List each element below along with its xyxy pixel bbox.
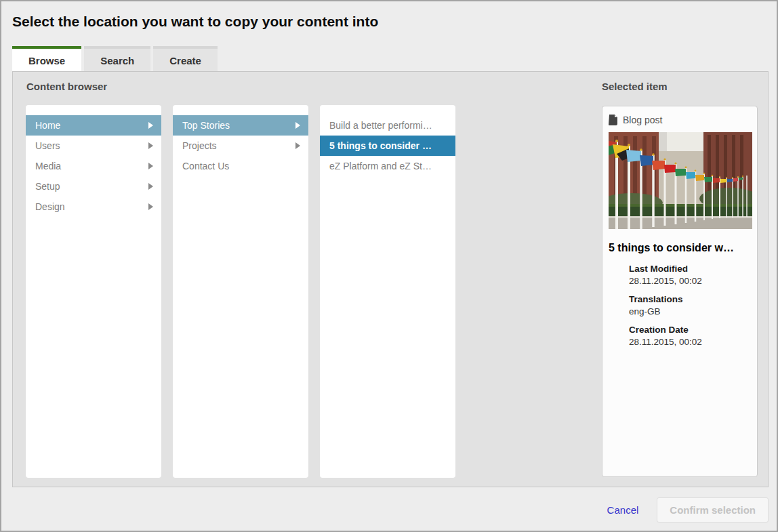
cancel-button[interactable]: Cancel bbox=[607, 504, 639, 516]
tree-item-label: Contact Us bbox=[182, 161, 229, 171]
tab-bar: Browse Search Create bbox=[12, 46, 218, 72]
tab-search[interactable]: Search bbox=[84, 46, 150, 72]
content-browser-heading: Content browser bbox=[26, 81, 107, 92]
tree-item-setup[interactable]: Setup bbox=[26, 176, 161, 197]
content-type-label: Blog post bbox=[623, 115, 662, 125]
meta-label-translations: Translations bbox=[629, 294, 751, 304]
selected-item-heading: Selected item bbox=[602, 81, 668, 92]
tree-item-projects[interactable]: Projects bbox=[173, 136, 308, 156]
chevron-right-icon bbox=[295, 122, 300, 129]
tree-item-label: eZ Platform and eZ St… bbox=[329, 161, 432, 171]
tree-item-label: Projects bbox=[182, 140, 217, 151]
tree-item-build-a-better[interactable]: Build a better performi… bbox=[320, 115, 455, 136]
tree-item-top-stories[interactable]: Top Stories bbox=[173, 115, 308, 136]
tree-item-label: Users bbox=[35, 140, 60, 151]
meta-label-last-modified: Last Modified bbox=[629, 264, 751, 274]
tree-item-users[interactable]: Users bbox=[26, 136, 161, 156]
page-title: Select the location you want to copy you… bbox=[12, 14, 378, 30]
chevron-right-icon bbox=[148, 122, 153, 129]
tree-item-label: Top Stories bbox=[182, 120, 230, 131]
browser-column-2: Top Stories Projects Contact Us bbox=[173, 105, 308, 478]
tree-item-home[interactable]: Home bbox=[26, 115, 161, 136]
tree-item-label: Setup bbox=[35, 181, 60, 192]
chevron-right-icon bbox=[148, 163, 153, 169]
tree-item-contact-us[interactable]: Contact Us bbox=[173, 156, 308, 176]
chevron-right-icon bbox=[148, 203, 153, 210]
chevron-right-icon bbox=[148, 142, 153, 149]
tree-item-ez-platform[interactable]: eZ Platform and eZ St… bbox=[320, 156, 455, 176]
tree-item-design[interactable]: Design bbox=[26, 197, 161, 217]
selected-item-title: 5 things to consider w… bbox=[609, 242, 751, 254]
dialog-footer: Cancel Confirm selection bbox=[12, 487, 769, 532]
browse-tab-panel: Content browser Selected item Home Users… bbox=[12, 71, 769, 487]
tree-item-media[interactable]: Media bbox=[26, 156, 161, 176]
tree-item-label: 5 things to consider … bbox=[329, 140, 432, 151]
browser-column-3: Build a better performi… 5 things to con… bbox=[320, 105, 455, 478]
selected-item-card: Blog post bbox=[602, 106, 758, 477]
tree-item-label: Media bbox=[35, 161, 61, 171]
tab-create[interactable]: Create bbox=[153, 46, 218, 72]
meta-value-creation-date: 28.11.2015, 00:02 bbox=[629, 337, 751, 347]
tab-browse[interactable]: Browse bbox=[12, 46, 81, 72]
tree-item-5-things[interactable]: 5 things to consider … bbox=[320, 136, 455, 156]
confirm-selection-button[interactable]: Confirm selection bbox=[657, 497, 769, 523]
document-icon bbox=[609, 115, 618, 125]
content-type-row: Blog post bbox=[609, 115, 751, 125]
chevron-right-icon bbox=[295, 142, 300, 149]
thumbnail-image bbox=[609, 132, 752, 229]
tree-item-label: Build a better performi… bbox=[329, 120, 432, 131]
meta-label-creation-date: Creation Date bbox=[629, 325, 751, 335]
selected-item-meta: Last Modified 28.11.2015, 00:02 Translat… bbox=[629, 264, 751, 347]
copy-location-dialog: Select the location you want to copy you… bbox=[0, 0, 778, 532]
tree-item-label: Design bbox=[35, 201, 65, 212]
tree-item-label: Home bbox=[35, 120, 60, 131]
meta-value-last-modified: 28.11.2015, 00:02 bbox=[629, 276, 751, 286]
meta-value-translations: eng-GB bbox=[629, 306, 751, 316]
browser-column-1: Home Users Media Setup Design bbox=[26, 105, 161, 478]
chevron-right-icon bbox=[148, 183, 153, 190]
